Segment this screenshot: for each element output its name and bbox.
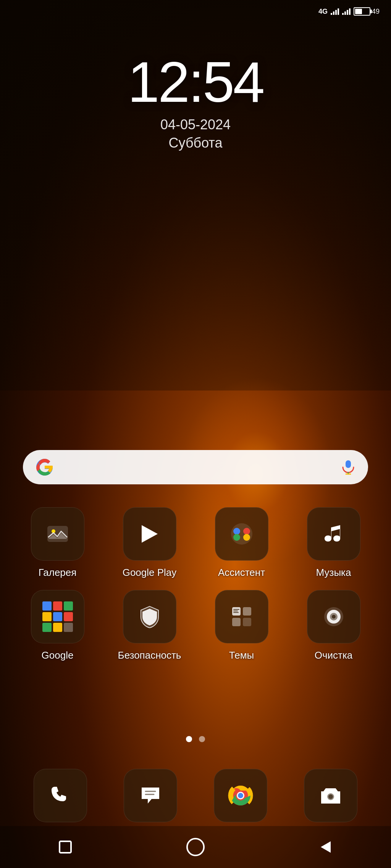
- assistant-icon: [228, 521, 255, 547]
- app-icon-gallery: [31, 507, 84, 561]
- svg-point-9: [243, 534, 250, 541]
- home-icon: [184, 836, 207, 858]
- app-item-themes[interactable]: Темы: [199, 590, 284, 661]
- svg-point-17: [332, 615, 336, 619]
- google-apps-grid: [42, 601, 73, 632]
- phone-icon: [47, 782, 74, 809]
- play-store-icon: [136, 521, 163, 547]
- google-g-icon: [34, 457, 55, 477]
- bar1: [331, 13, 332, 15]
- clock-date: 04-05-2024: [0, 117, 391, 133]
- app-icon-music: [307, 507, 360, 561]
- messages-icon: [137, 782, 164, 809]
- chrome-icon: [227, 782, 254, 809]
- app-icon-google-play: [123, 507, 176, 561]
- battery-icon: [354, 7, 370, 16]
- app-label-themes: Темы: [229, 649, 254, 661]
- shield-icon: [136, 603, 163, 630]
- mic-icon: [340, 459, 357, 476]
- nav-home-button[interactable]: [184, 836, 207, 858]
- svg-point-7: [243, 528, 250, 535]
- nav-bar: [0, 826, 391, 868]
- svg-rect-26: [60, 841, 71, 853]
- app-item-assistant[interactable]: Ассистент: [199, 507, 284, 579]
- svg-point-8: [233, 534, 240, 541]
- app-item-security[interactable]: Безопасность: [107, 590, 192, 661]
- search-bar[interactable]: [23, 450, 368, 484]
- app-item-google-play[interactable]: Google Play: [107, 507, 192, 579]
- app-icon-cleaner: [307, 590, 360, 643]
- svg-rect-13: [243, 618, 251, 626]
- svg-marker-28: [321, 841, 331, 853]
- battery: 49: [354, 7, 380, 16]
- bar4: [349, 8, 351, 15]
- clock-area: 12:54 04-05-2024 Суббота: [0, 53, 391, 151]
- clock-day: Суббота: [0, 135, 391, 151]
- nav-recent-button[interactable]: [54, 836, 77, 858]
- nav-back-button[interactable]: [314, 836, 337, 858]
- svg-rect-2: [47, 526, 68, 542]
- svg-point-23: [238, 793, 243, 798]
- app-label-gallery: Галерея: [39, 567, 77, 579]
- app-icon-themes: [215, 590, 268, 643]
- dock-messages[interactable]: [124, 769, 177, 822]
- app-icon-assistant: [215, 507, 268, 561]
- signal-bars-1: [331, 8, 339, 15]
- page-dot-2[interactable]: [199, 736, 205, 742]
- page-dot-1[interactable]: [186, 736, 192, 742]
- svg-rect-11: [243, 607, 251, 616]
- dock-camera[interactable]: [304, 769, 357, 822]
- svg-marker-4: [142, 525, 158, 543]
- bar3: [347, 10, 348, 15]
- svg-rect-12: [232, 618, 241, 626]
- bar2: [344, 11, 346, 15]
- app-item-cleaner[interactable]: Очистка: [291, 590, 376, 661]
- bar2: [333, 11, 334, 15]
- page-dots: [0, 736, 391, 742]
- camera-icon: [317, 782, 344, 809]
- svg-point-6: [233, 528, 240, 535]
- recent-apps-icon: [56, 837, 75, 857]
- app-label-music: Музыка: [316, 567, 351, 579]
- status-icons: 4G 49: [318, 7, 380, 16]
- dock-chrome[interactable]: [214, 769, 267, 822]
- battery-level: 49: [372, 8, 380, 16]
- cleaner-icon: [320, 603, 347, 630]
- app-label-google-play: Google Play: [123, 567, 177, 579]
- svg-point-5: [231, 523, 252, 545]
- network-type: 4G: [318, 8, 328, 16]
- app-item-gallery[interactable]: Галерея: [15, 507, 100, 579]
- app-icon-google: [31, 590, 84, 643]
- dock-phone[interactable]: [34, 769, 87, 822]
- app-label-assistant: Ассистент: [218, 567, 265, 579]
- svg-point-27: [187, 839, 204, 855]
- back-icon: [316, 837, 335, 857]
- app-label-security: Безопасность: [118, 649, 181, 661]
- app-icon-security: [123, 590, 176, 643]
- battery-fill: [355, 9, 362, 14]
- status-bar: 4G 49: [0, 0, 391, 23]
- themes-icon: [228, 603, 255, 630]
- app-item-music[interactable]: Музыка: [291, 507, 376, 579]
- music-icon: [320, 521, 347, 547]
- svg-rect-0: [346, 460, 351, 468]
- gallery-icon: [44, 521, 71, 547]
- app-label-cleaner: Очистка: [315, 649, 353, 661]
- app-label-google: Google: [42, 649, 74, 661]
- app-grid: Галерея Google Play Ассистент: [15, 507, 376, 661]
- svg-point-25: [328, 794, 333, 799]
- app-item-google[interactable]: Google: [15, 590, 100, 661]
- bar3: [335, 10, 337, 15]
- bar4: [338, 8, 339, 15]
- clock-time: 12:54: [0, 53, 391, 111]
- dock: [15, 769, 376, 822]
- signal-bars-2: [342, 8, 351, 15]
- bar1: [342, 13, 344, 15]
